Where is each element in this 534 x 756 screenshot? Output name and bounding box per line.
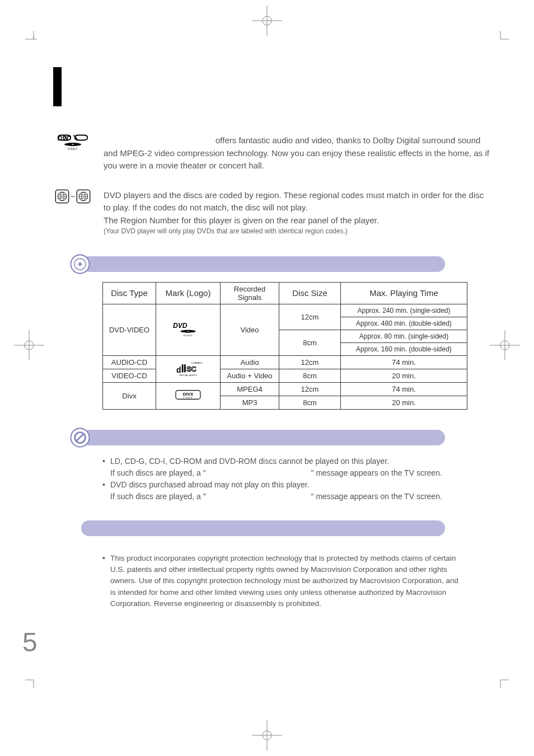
copy-protection-list: This product incorporates copyright prot…	[102, 553, 461, 609]
list-item: LD, CD-G, CD-I, CD-ROM and DVD-ROM discs…	[102, 456, 490, 479]
svg-point-34	[78, 262, 82, 266]
cell-divx-size1: 12cm	[279, 382, 341, 396]
dvd-video-logo-icon: DVD VIDEO	[56, 134, 90, 151]
cell-cd-logo: COMPACT d SC DIGITAL AUDIO	[156, 355, 221, 382]
copy-2: This product incorporates copyright prot…	[110, 554, 458, 608]
cell-audio-cd-time: 74 min.	[341, 355, 467, 369]
np-1a: LD, CD-G, CD-I, CD-ROM and DVD-ROM discs…	[110, 457, 389, 466]
region-icon-holder: ~	[53, 189, 92, 204]
divx-logo-icon: DIVX VIDEO	[175, 389, 202, 402]
table-row: Divx DIVX VIDEO MPEG4 12cm 74 min.	[103, 382, 467, 396]
cell-video-cd-type: VIDEO-CD	[103, 369, 156, 382]
svg-text:VIDEO: VIDEO	[68, 148, 78, 151]
svg-text:VIDEO: VIDEO	[184, 334, 193, 337]
cell-audio-cd-type: AUDIO-CD	[103, 355, 156, 369]
dvd-text: offers fantastic audio and video, thanks…	[104, 135, 489, 170]
compact-disc-logo-icon: COMPACT d SC DIGITAL AUDIO	[172, 360, 204, 377]
svg-point-37	[187, 331, 189, 332]
cell-dvd-video-time1: Approx. 240 min. (single-sided)	[341, 304, 467, 317]
cell-divx-signals2: MP3	[221, 396, 279, 409]
cell-divx-signals1: MPEG4	[221, 382, 279, 396]
globe-icon	[55, 189, 69, 204]
list-item: DVD discs purchased abroad may not play …	[102, 479, 490, 503]
svg-rect-42	[184, 365, 186, 373]
corner-mark-bl	[25, 672, 42, 688]
table-row: AUDIO-CD COMPACT d SC DIGITAL AUDIO Audi…	[103, 355, 467, 369]
cell-audio-cd-size: 12cm	[279, 355, 341, 369]
corner-mark-tl	[25, 31, 42, 48]
cell-dvd-video-time2: Approx. 480 min. (double-sided)	[341, 317, 467, 330]
region-section: ~ DVD players and the discs are coded by…	[53, 189, 490, 236]
th-recorded-signals: Recorded Signals	[221, 282, 279, 304]
cell-video-cd-time: 20 min.	[341, 369, 467, 382]
cell-divx-type: Divx	[103, 382, 156, 409]
np-1b: If such discs are played, a "	[110, 468, 206, 477]
cell-dvd-video-signals: Video	[221, 304, 279, 355]
disc-table: Disc Type Mark (Logo) Recorded Signals D…	[102, 282, 467, 410]
dvd-description: offers fantastic audio and video, thanks…	[104, 134, 490, 172]
crop-mark-left	[14, 330, 44, 360]
copy-protection-header-pill	[81, 520, 445, 536]
crop-mark-right	[490, 330, 520, 360]
cell-dvd-video-time3: Approx. 80 min. (single-sided)	[341, 330, 467, 342]
cell-divx-size2: 8cm	[279, 396, 341, 409]
cell-dvd-video-logo: DVD VIDEO	[156, 304, 221, 355]
list-item: This product incorporates copyright prot…	[102, 553, 461, 609]
svg-text:SC: SC	[186, 365, 196, 373]
not-play-list: LD, CD-G, CD-I, CD-ROM and DVD-ROM discs…	[102, 456, 490, 503]
globe-icon	[76, 189, 91, 204]
crop-mark-bottom	[252, 720, 282, 750]
np-2c: " message appears on the TV screen.	[311, 492, 442, 501]
th-max-time: Max. Playing Time	[341, 282, 467, 304]
svg-text:DVD: DVD	[58, 135, 71, 142]
svg-text:d: d	[176, 365, 181, 375]
cell-dvd-video-type: DVD-VIDEO	[103, 304, 156, 355]
page-content: DVD VIDEO offers fantastic audio and vid…	[53, 62, 490, 623]
th-mark-logo: Mark (Logo)	[156, 282, 221, 304]
svg-rect-41	[182, 365, 184, 373]
prohibit-pill-icon	[70, 428, 90, 448]
np-2b: If such discs are played, a "	[110, 492, 206, 501]
cell-divx-time1: 74 min.	[341, 382, 467, 396]
cell-dvd-video-time4: Approx. 160 min. (double-sided)	[341, 342, 467, 355]
cell-dvd-video-size1: 12cm	[279, 304, 341, 330]
svg-point-22	[72, 144, 74, 145]
region-text-block: DVD players and the discs are coded by r…	[104, 189, 490, 236]
cell-dvd-video-size2: 8cm	[279, 330, 341, 355]
cell-video-cd-size: 8cm	[279, 369, 341, 382]
region-note: (Your DVD player will only play DVDs tha…	[104, 227, 490, 236]
np-1c: " message appears on the TV screen.	[311, 468, 442, 477]
cell-audio-cd-signals: Audio	[221, 355, 279, 369]
disc-table-header-pill	[81, 256, 445, 272]
cell-divx-time2: 20 min.	[341, 396, 467, 409]
svg-text:DIGITAL AUDIO: DIGITAL AUDIO	[179, 375, 197, 377]
tilde-separator: ~	[71, 192, 75, 201]
svg-text:COMPACT: COMPACT	[191, 361, 203, 364]
np-2a: DVD discs purchased abroad may not play …	[110, 480, 310, 489]
cell-video-cd-signals: Audio + Video	[221, 369, 279, 382]
dvd-video-logo-icon: DVD VIDEO	[171, 321, 205, 338]
svg-text:DIVX: DIVX	[183, 392, 194, 397]
region-line1: DVD players and the discs are coded by r…	[104, 189, 490, 214]
page-number: 5	[22, 627, 38, 658]
svg-text:VIDEO: VIDEO	[183, 397, 193, 399]
region-line2: The Region Number for this player is giv…	[104, 214, 490, 227]
svg-text:DVD: DVD	[173, 322, 188, 330]
corner-mark-tr	[492, 31, 509, 48]
th-disc-size: Disc Size	[279, 282, 341, 304]
crop-mark-top	[252, 6, 282, 36]
dvd-logo-holder: DVD VIDEO	[53, 134, 92, 151]
disc-pill-icon	[70, 254, 90, 274]
th-disc-type: Disc Type	[103, 282, 156, 304]
not-play-header-pill	[81, 430, 445, 445]
dvd-section: DVD VIDEO offers fantastic audio and vid…	[53, 134, 490, 172]
table-row: DVD-VIDEO DVD VIDEO Video 12cm Approx. 2…	[103, 304, 467, 317]
table-header-row: Disc Type Mark (Logo) Recorded Signals D…	[103, 282, 467, 304]
cell-divx-logo: DIVX VIDEO	[156, 382, 221, 409]
corner-mark-br	[492, 672, 509, 688]
